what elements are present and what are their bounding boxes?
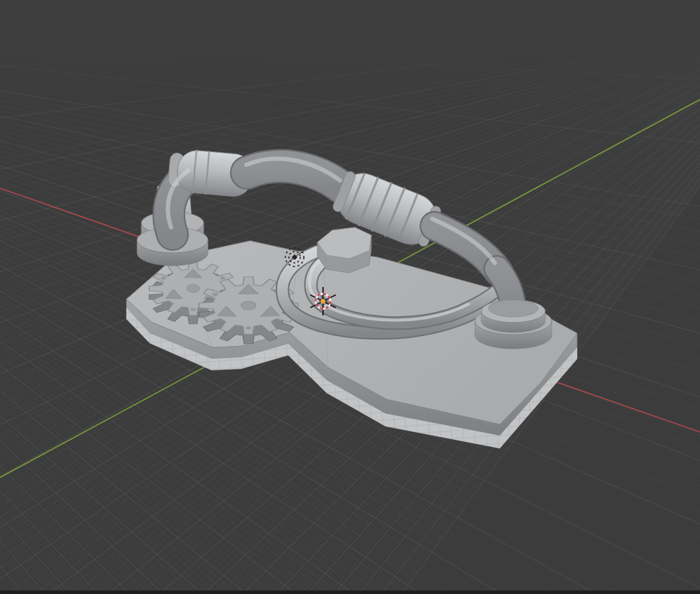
gear-pin-hole [220,276,225,280]
blender-3d-viewport[interactable] [0,0,700,594]
socket-mouth [488,300,538,317]
gear-pin-hole [190,308,195,311]
gear-pin-hole [246,326,251,330]
right-pipe-socket[interactable] [475,300,552,349]
hex-nut-block[interactable] [317,227,371,273]
conduit-model[interactable] [126,148,577,448]
horizon-haze [0,0,700,107]
cursor-center-dot [321,299,325,303]
gear-hub-hole [241,301,256,310]
gear-hub-hole [187,284,200,292]
gear-pin-hole [161,276,166,280]
viewport-bottom-edge [0,590,700,594]
viewport-canvas[interactable] [0,0,700,594]
gear-pin-hole [212,293,218,296]
